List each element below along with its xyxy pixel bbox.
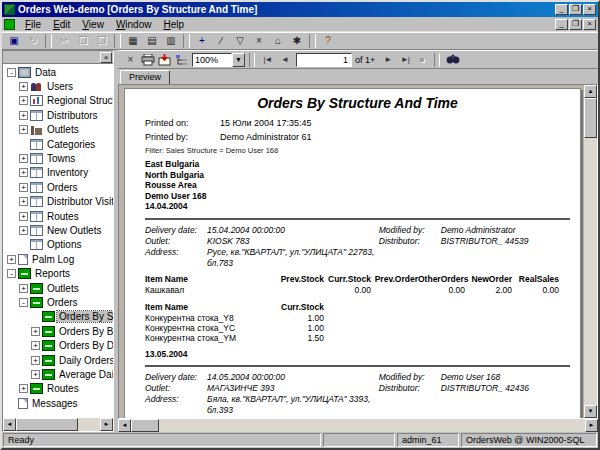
grid-icon[interactable]: ▦ [124,34,142,49]
tree-toggle-icon[interactable]: + [7,255,16,264]
tree-toggle-icon[interactable]: - [7,269,16,278]
last-page-icon[interactable]: ►| [396,52,413,67]
tree-toggle-icon[interactable]: + [31,327,40,336]
zoom-select[interactable]: 100% ▼ [192,53,245,67]
tree-toggle-icon[interactable]: + [19,226,28,235]
sidebar-item-orders[interactable]: +Orders [3,180,113,194]
sidebar-item-orders-by-brands[interactable]: +Orders By Brands [3,324,113,338]
sidebar-item-distributors[interactable]: +Distributors [3,108,113,122]
next-page-icon[interactable]: ► [379,52,396,67]
sidebar-item-inventory[interactable]: +Inventory [3,166,113,180]
scroll-up-icon[interactable]: ▲ [584,85,597,98]
sidebar-item-palm-log[interactable]: +Palm Log [3,252,113,266]
restore-button[interactable]: ❐ [569,4,582,15]
child-restore-button[interactable]: ❐ [569,19,582,30]
add-icon[interactable]: + [193,34,211,49]
tree-toggle-icon[interactable]: + [19,212,28,221]
scroll-track[interactable] [584,138,597,405]
zoom-dropdown-icon[interactable]: ▼ [232,53,245,67]
scroll-track[interactable] [159,419,585,432]
sidebar-item-options[interactable]: Options [3,238,113,252]
close-preview-icon[interactable]: × [122,52,139,67]
sidebar-item-data[interactable]: -Data [3,65,113,79]
page-number-input[interactable]: 1 [296,53,352,67]
sidebar-item-average-daily-orders[interactable]: +Average Daily Orders [3,367,113,381]
sidebar-item-outlets[interactable]: +Outlets [3,123,113,137]
group-tree-icon[interactable] [173,52,190,67]
first-page-icon[interactable]: |◄ [259,52,276,67]
preview-vscrollbar[interactable]: ▲ ▼ [584,85,597,418]
save-all-icon[interactable]: ▥ [162,34,180,49]
sidebar-item-reports[interactable]: -Reports [3,266,113,280]
print-icon[interactable] [139,52,156,67]
sidebar-item-outlets[interactable]: +Outlets [3,281,113,295]
tree-toggle-icon[interactable]: + [31,370,40,379]
sidebar-close-icon[interactable]: × [100,52,112,63]
sidebar-item-users[interactable]: +Users [3,79,113,93]
tree-toggle-icon[interactable]: + [19,111,28,120]
menu-view[interactable]: View [76,18,110,31]
tree-toggle-icon[interactable]: + [19,183,28,192]
edit-icon[interactable]: ∕ [212,34,230,49]
sidebar-item-daily-orders[interactable]: +Daily Orders [3,353,113,367]
menu-edit[interactable]: Edit [47,18,76,31]
tree-toggle-icon[interactable]: + [19,384,28,393]
tree-toggle-icon[interactable]: + [31,356,40,365]
scroll-thumb[interactable] [584,98,597,138]
export-icon[interactable] [156,52,173,67]
scroll-right-icon[interactable]: ► [585,419,598,432]
apply-icon[interactable]: ⌂ [269,34,287,49]
tree-toggle-icon[interactable]: + [19,284,28,293]
sidebar-item-orders[interactable]: -Orders [3,295,113,309]
minimize-button[interactable]: _ [555,4,568,15]
child-window-icon[interactable] [4,19,15,30]
menu-help[interactable]: Help [157,18,190,31]
tools-icon[interactable]: ✱ [288,34,306,49]
sidebar-item-messages[interactable]: Messages [3,396,113,410]
filter-icon[interactable]: ▽ [231,34,249,49]
scroll-thumb[interactable] [131,419,159,432]
tree-toggle-icon[interactable]: + [19,197,28,206]
scroll-left-icon[interactable]: ◄ [3,418,16,431]
search-icon[interactable] [444,52,461,67]
tree-toggle-icon[interactable]: + [31,341,40,350]
tree-toggle-icon[interactable]: + [19,96,28,105]
sidebar-item-towns[interactable]: +Towns [3,151,113,165]
sidebar-item-orders-by-structure-a[interactable]: Orders By Structure A [3,310,113,324]
tree-toggle-icon[interactable]: - [19,298,28,307]
child-close-button[interactable]: × [583,19,596,30]
sidebar-item-orders-by-distributor[interactable]: +Orders By Distributor [3,338,113,352]
help-icon[interactable]: ? [319,34,337,49]
scroll-thumb[interactable] [16,418,78,431]
stop-icon[interactable]: ■ [413,52,430,67]
scroll-left-icon[interactable]: ◄ [118,419,131,432]
sidebar-item-categories[interactable]: Categories [3,137,113,151]
scroll-track[interactable] [78,418,100,431]
sidebar-item-distributor-visits[interactable]: +Distributor Visits [3,195,113,209]
scroll-down-icon[interactable]: ▼ [584,405,597,418]
scroll-right-icon[interactable]: ► [100,418,113,431]
report-group-lines: East BulgariaNorth BulgariaRousse AreaDe… [145,159,570,212]
tree-toggle-icon[interactable]: + [19,168,28,177]
prev-page-icon[interactable]: ◄ [276,52,293,67]
tab-preview[interactable]: Preview [120,70,170,85]
tree-toggle-icon[interactable]: + [19,154,28,163]
tree-toggle-icon[interactable]: + [19,82,28,91]
sidebar-item-routes[interactable]: +Routes [3,382,113,396]
preview-hscrollbar[interactable]: ◄ ► [118,419,598,432]
tree-toggle-icon[interactable]: + [19,125,28,134]
preview-toolbar: × 100% ▼ |◄ ◄ 1 of 1+ ► [118,50,598,69]
menu-file[interactable]: File [19,18,47,31]
cards-icon[interactable]: ▤ [143,34,161,49]
report-window-icon[interactable]: ▣ [5,34,23,49]
delete-icon[interactable]: × [250,34,268,49]
menu-window[interactable]: Window [110,18,158,31]
child-minimize-button[interactable]: _ [555,19,568,30]
sidebar-hscrollbar[interactable]: ◄ ► [3,418,113,431]
sidebar-item-regional-structure[interactable]: +Regional Structure [3,94,113,108]
sidebar-item-routes[interactable]: +Routes [3,209,113,223]
zoom-value[interactable]: 100% [192,53,232,67]
close-button[interactable]: × [583,4,596,15]
tree-toggle-icon[interactable]: - [7,68,16,77]
sidebar-item-new-outlets[interactable]: +New Outlets [3,223,113,237]
